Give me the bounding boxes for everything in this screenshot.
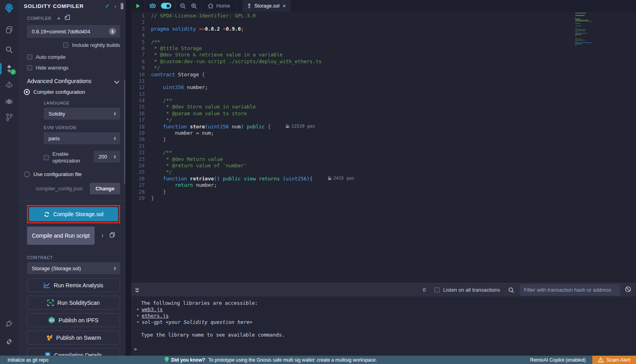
code-line[interactable]: 6 * @title Storage: [131, 45, 636, 52]
advanced-configurations-header[interactable]: Advanced Configurations: [27, 78, 120, 84]
auto-compile-checkbox[interactable]: [27, 54, 32, 60]
code-line[interactable]: 9 */: [131, 65, 636, 71]
code-line[interactable]: 22 /**: [131, 149, 636, 156]
copilot-toggle[interactable]: [161, 3, 171, 9]
code-line[interactable]: 15 * @dev Store value in variable: [131, 104, 636, 110]
listen-transactions-checkbox[interactable]: [434, 287, 440, 292]
compiler-version-select[interactable]: 0.8.19+commit.7dd6d404: [27, 25, 120, 38]
line-number[interactable]: 5: [131, 39, 151, 45]
compiler-configuration-radio[interactable]: [24, 89, 30, 95]
line-number[interactable]: 24: [131, 163, 151, 169]
code-line[interactable]: 7 * @dev Store & retrieve value in a var…: [131, 52, 636, 58]
remix-logo-icon[interactable]: [0, 0, 18, 17]
deploy-run-icon[interactable]: [0, 79, 18, 92]
line-number[interactable]: 29: [131, 195, 151, 201]
terminal-output[interactable]: The following libraries are accessible: …: [131, 296, 636, 356]
compile-and-run-button[interactable]: Compile and Run script: [27, 227, 95, 245]
line-number[interactable]: 25: [131, 169, 151, 175]
debugger-icon[interactable]: [0, 95, 18, 108]
line-number[interactable]: 12: [131, 84, 151, 91]
publish-on-ipfs-button[interactable]: IPFSPublish on IPFS: [27, 313, 120, 327]
line-number[interactable]: 27: [131, 182, 151, 188]
pin-panel-icon[interactable]: [121, 3, 122, 10]
collapse-terminal-icon[interactable]: [134, 287, 140, 293]
code-line[interactable]: 8 * @custom:dev-run-script ./scripts/dep…: [131, 58, 636, 65]
terminal-library-item[interactable]: •ethers.js: [131, 313, 636, 319]
line-number[interactable]: 14: [131, 97, 151, 104]
line-number[interactable]: 13: [131, 91, 151, 97]
library-link[interactable]: web3.js: [142, 306, 163, 312]
code-line[interactable]: 20 }: [131, 136, 636, 143]
code-line[interactable]: 5/**: [131, 39, 636, 45]
info-icon[interactable]: i: [102, 232, 103, 239]
panel-scrollbar[interactable]: [124, 79, 125, 184]
line-number[interactable]: 21: [131, 143, 151, 149]
line-number[interactable]: 16: [131, 110, 151, 117]
optimization-runs-stepper[interactable]: 200: [94, 151, 120, 163]
line-number[interactable]: 11: [131, 78, 151, 84]
line-number[interactable]: 3: [131, 26, 151, 32]
code-line[interactable]: 29}: [131, 195, 636, 201]
clear-console-icon[interactable]: [625, 286, 631, 294]
line-number[interactable]: 18: [131, 124, 151, 130]
line-number[interactable]: 23: [131, 156, 151, 163]
tab-home[interactable]: Home: [202, 0, 237, 12]
terminal-search-icon[interactable]: [508, 287, 514, 293]
library-link[interactable]: ethers.js: [142, 313, 169, 319]
code-line[interactable]: 27 return number;: [131, 182, 636, 188]
code-line[interactable]: 24 * @return value of 'number': [131, 163, 636, 169]
search-icon[interactable]: [0, 43, 18, 56]
file-explorer-icon[interactable]: [0, 23, 18, 37]
line-number[interactable]: 15: [131, 104, 151, 110]
solidity-compiler-icon[interactable]: ✓: [0, 62, 18, 76]
use-configuration-file-radio[interactable]: [24, 171, 30, 177]
code-line[interactable]: 13: [131, 91, 636, 97]
code-line[interactable]: 14 /**: [131, 97, 636, 104]
code-line[interactable]: 26 function retrieve() public view retur…: [131, 176, 636, 182]
copilot-status[interactable]: RemixAI Copilot (enabled): [530, 357, 586, 363]
line-number[interactable]: 28: [131, 189, 151, 195]
git-init-status[interactable]: Initialize as git repo: [8, 357, 48, 363]
line-number[interactable]: 4: [131, 32, 151, 39]
code-line[interactable]: 10contract Storage {: [131, 72, 636, 78]
line-number[interactable]: 19: [131, 130, 151, 136]
plugin-manager-icon[interactable]: [0, 317, 18, 330]
line-number[interactable]: 6: [131, 45, 151, 52]
terminal-library-item[interactable]: •web3.js: [131, 306, 636, 313]
line-number[interactable]: 26: [131, 176, 151, 182]
code-line[interactable]: 25 */: [131, 169, 636, 175]
git-icon[interactable]: [0, 110, 18, 124]
enable-optimization-checkbox[interactable]: [44, 155, 49, 160]
line-number[interactable]: 22: [131, 149, 151, 156]
code-line[interactable]: 11: [131, 78, 636, 84]
nightly-builds-checkbox[interactable]: [63, 43, 68, 48]
language-select[interactable]: Solidity: [44, 108, 120, 120]
line-number[interactable]: 1: [131, 13, 151, 19]
zoom-in-icon[interactable]: [191, 3, 197, 9]
contract-select[interactable]: Storage (Storage.sol): [27, 262, 120, 274]
minimap[interactable]: [575, 13, 593, 47]
code-line[interactable]: 1// SPDX-License-Identifier: GPL-3.0: [131, 13, 636, 19]
line-number[interactable]: 8: [131, 58, 151, 65]
code-line[interactable]: 28 }: [131, 189, 636, 195]
scam-alert-badge[interactable]: Scam Alert: [592, 356, 636, 364]
code-line[interactable]: 21: [131, 143, 636, 149]
change-config-button[interactable]: Change: [90, 183, 120, 194]
publish-on-swarm-button[interactable]: Publish on Swarm: [27, 331, 120, 345]
ai-copilot-robot-icon[interactable]: [149, 3, 156, 9]
code-line[interactable]: 18 function store(uint256 num) public {2…: [131, 124, 636, 130]
line-number[interactable]: 2: [131, 19, 151, 25]
code-line[interactable]: 16 * @param num value to store: [131, 110, 636, 117]
code-line[interactable]: 19 number = num;: [131, 130, 636, 136]
run-remix-analysis-button[interactable]: Run Remix Analysis: [27, 278, 120, 292]
code-line[interactable]: 23 * @dev Return value: [131, 156, 636, 163]
evm-version-select[interactable]: paris: [44, 132, 120, 144]
close-tab-icon[interactable]: ×: [283, 3, 286, 9]
transaction-filter-input[interactable]: [520, 285, 620, 296]
code-line[interactable]: 4: [131, 32, 636, 39]
chevron-right-icon[interactable]: ›: [114, 3, 116, 9]
line-number[interactable]: 17: [131, 117, 151, 123]
code-line[interactable]: 12 uint256 number;: [131, 84, 636, 91]
line-number[interactable]: 20: [131, 136, 151, 143]
terminal-prompt[interactable]: >: [134, 346, 137, 352]
